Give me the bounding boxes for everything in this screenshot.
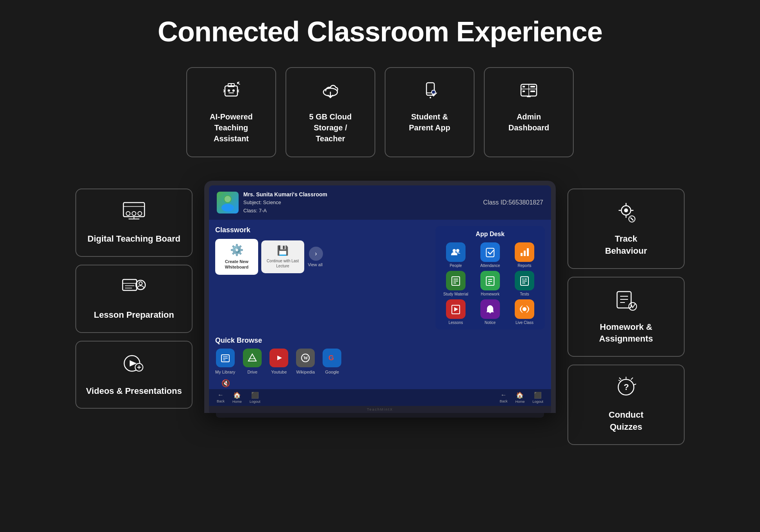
- view-all-button[interactable]: ›: [309, 247, 323, 261]
- app-people[interactable]: People: [440, 242, 471, 268]
- svg-rect-46: [486, 248, 494, 257]
- app-live[interactable]: Live Class: [509, 299, 540, 325]
- svg-rect-30: [123, 279, 137, 290]
- svg-point-35: [139, 282, 142, 285]
- live-label: Live Class: [509, 320, 540, 325]
- feature-card-admin: AdminDashboard: [484, 67, 574, 157]
- right-sidebar: TrackBehaviour Homework &Assignments: [567, 189, 685, 445]
- feature-card-ai: AI-PoweredTeaching Assistant: [186, 67, 276, 157]
- nav-home-left[interactable]: 🏠 Home: [232, 391, 242, 404]
- continue-card[interactable]: 💾 Continue with LastLecture: [261, 240, 304, 273]
- volume-icon: 🔇: [215, 376, 236, 390]
- side-label-lesson: Lesson Preparation: [86, 309, 182, 321]
- svg-line-86: [631, 218, 633, 220]
- svg-point-42: [221, 204, 234, 212]
- classwork-title: Classwork: [215, 226, 429, 234]
- teacher-info: Mrs. Sunita Kumari's Classroom Subject: …: [217, 190, 327, 215]
- continue-icon: 💾: [266, 245, 300, 256]
- svg-marker-75: [277, 356, 282, 360]
- nav-logout-right[interactable]: ⬛ Logout: [532, 391, 543, 404]
- live-icon: [515, 299, 534, 319]
- quick-browse-title: Quick Browse: [215, 336, 545, 345]
- side-card-track[interactable]: TrackBehaviour: [567, 189, 685, 269]
- app-lessons[interactable]: Lessons: [440, 299, 471, 325]
- feature-label-student: Student &Parent App: [397, 111, 462, 133]
- svg-point-44: [453, 249, 456, 252]
- monitor-outer: Mrs. Sunita Kumari's Classroom Subject: …: [204, 181, 556, 413]
- logout-icon-right: ⬛: [532, 391, 543, 399]
- library-icon: [216, 349, 235, 367]
- nav-home-right[interactable]: 🏠 Home: [515, 391, 525, 404]
- continue-label: Continue with LastLecture: [266, 258, 300, 269]
- svg-point-12: [432, 90, 435, 94]
- nav-logout-left[interactable]: ⬛ Logout: [250, 391, 260, 404]
- side-label-videos: Videos & Presentations: [86, 385, 182, 397]
- ai-icon: [199, 80, 264, 105]
- app-study[interactable]: Study Material: [440, 271, 471, 296]
- monitor-stand: TeachMintX: [209, 406, 551, 413]
- app-notice[interactable]: Notice: [475, 299, 506, 325]
- whiteboard-card[interactable]: ⚙️ Create NewWhiteboard: [215, 239, 258, 275]
- home-icon-right: 🏠: [515, 391, 525, 399]
- whiteboard-icon: ⚙️: [220, 244, 253, 256]
- homework-label: Homework: [475, 292, 506, 296]
- svg-rect-19: [523, 91, 525, 92]
- lesson-icon: [86, 276, 182, 304]
- side-card-videos[interactable]: Videos & Presentations: [75, 341, 193, 409]
- google-label: Google: [323, 370, 341, 374]
- side-card-quizzes[interactable]: ? ConductQuizzes: [567, 365, 685, 445]
- browse-wikipedia[interactable]: W Wikipedia: [296, 349, 315, 374]
- class-id: Class ID:5653801827: [483, 199, 543, 206]
- library-label: My Library: [215, 370, 235, 374]
- teacher-details: Mrs. Sunita Kumari's Classroom Subject: …: [243, 190, 327, 215]
- monitor-base: [216, 413, 544, 418]
- app-reports[interactable]: Reports: [509, 242, 540, 268]
- whiteboard-label: Create NewWhiteboard: [220, 259, 253, 270]
- app-tests[interactable]: Tests: [509, 271, 540, 296]
- monitor-screen: Mrs. Sunita Kumari's Classroom Subject: …: [209, 185, 551, 406]
- svg-line-97: [631, 378, 633, 379]
- admin-icon: [496, 80, 561, 105]
- side-label-quizzes: ConductQuizzes: [578, 409, 674, 433]
- nav-back-left[interactable]: ← Back: [217, 391, 225, 403]
- svg-line-96: [619, 378, 621, 379]
- page-title: Connected Classroom Experience: [23, 16, 737, 48]
- drive-icon: [243, 349, 262, 367]
- browse-my-library[interactable]: My Library: [215, 349, 235, 374]
- svg-text:W: W: [303, 355, 308, 361]
- monitor-brand: TeachMintX: [367, 407, 393, 411]
- app-homework[interactable]: Homework: [475, 271, 506, 296]
- feature-label-admin: AdminDashboard: [496, 111, 561, 133]
- side-label-track: TrackBehaviour: [578, 233, 674, 257]
- back-label-left: Back: [217, 399, 225, 403]
- browse-items: My Library Drive: [215, 349, 545, 374]
- nav-left: ← Back 🏠 Home ⬛ Logout: [217, 391, 260, 404]
- side-card-lesson[interactable]: Lesson Preparation: [75, 265, 193, 333]
- svg-point-25: [132, 212, 136, 215]
- tests-icon: [515, 271, 534, 290]
- side-card-homework[interactable]: Homework &Assignments: [567, 277, 685, 357]
- attendance-label: Attendance: [475, 263, 506, 268]
- browse-google[interactable]: G Google: [323, 349, 341, 374]
- quizzes-icon: ?: [578, 376, 674, 404]
- app-attendance[interactable]: Attendance: [475, 242, 506, 268]
- nav-back-right[interactable]: ← Back: [500, 391, 507, 403]
- browse-youtube[interactable]: Youtube: [269, 349, 288, 374]
- cloud-icon: [298, 80, 363, 105]
- student-icon: [397, 80, 462, 105]
- svg-marker-66: [454, 307, 458, 311]
- svg-text:?: ?: [624, 382, 629, 392]
- side-card-digital-board[interactable]: Digital Teaching Board: [75, 189, 193, 257]
- svg-rect-18: [530, 91, 535, 92]
- svg-text:G: G: [328, 354, 334, 362]
- wikipedia-icon: W: [296, 349, 315, 367]
- people-icon: [446, 242, 466, 262]
- classwork-section: Classwork ⚙️ Create NewWhiteboard 💾 Cont…: [215, 226, 429, 329]
- nav-right: ← Back 🏠 Home ⬛ Logout: [500, 391, 543, 404]
- study-label: Study Material: [440, 292, 471, 296]
- feature-card-cloud: 5 GB CloudStorage / Teacher: [285, 67, 375, 157]
- videos-icon: [86, 352, 182, 380]
- svg-point-26: [138, 212, 142, 215]
- browse-drive[interactable]: Drive: [243, 349, 262, 374]
- screen-header: Mrs. Sunita Kumari's Classroom Subject: …: [209, 185, 551, 220]
